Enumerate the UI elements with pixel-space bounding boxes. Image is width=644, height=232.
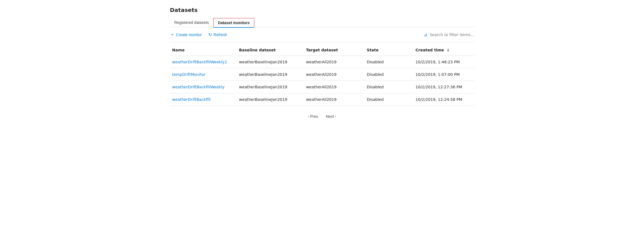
row-created: 10/2/2019, 12:27:36 PM bbox=[413, 81, 474, 93]
row-state: Disabled bbox=[365, 56, 414, 68]
row-name-link[interactable]: weatherDriftBackfillWeekly bbox=[172, 85, 225, 89]
next-button[interactable]: Next › bbox=[323, 113, 339, 120]
search-area: ⊿ Search to filter items... bbox=[424, 32, 474, 37]
table-row: weatherDriftBackfillweatherBaselineJan20… bbox=[170, 93, 474, 106]
tab-registered-datasets[interactable]: Registered datasets bbox=[170, 18, 214, 27]
row-name-link[interactable]: tempDriftMonitor bbox=[172, 72, 206, 77]
row-baseline: weatherBaselineJan2019 bbox=[237, 68, 304, 81]
col-created-label: Created time bbox=[415, 48, 444, 52]
row-baseline: weatherBaselineJan2019 bbox=[237, 81, 304, 93]
refresh-label: Refresh bbox=[214, 33, 227, 37]
next-label: Next bbox=[326, 114, 334, 119]
row-target: weatherAll2019 bbox=[304, 81, 364, 93]
plus-icon: ＋ bbox=[170, 32, 174, 38]
refresh-button[interactable]: ↻ Refresh bbox=[208, 31, 227, 38]
col-header-name: Name bbox=[170, 44, 237, 56]
tab-bar: Registered datasets Dataset monitors bbox=[170, 18, 474, 27]
filter-icon: ⊿ bbox=[424, 32, 427, 37]
row-state: Disabled bbox=[365, 93, 414, 106]
row-baseline: weatherBaselineJan2019 bbox=[237, 56, 304, 68]
create-monitor-label: Create monitor bbox=[176, 33, 202, 37]
col-header-target: Target dataset bbox=[304, 44, 364, 56]
row-created: 10/2/2019, 1:07:00 PM bbox=[413, 68, 474, 81]
row-state: Disabled bbox=[365, 81, 414, 93]
table-row: weatherDriftBackfillWeekly2weatherBaseli… bbox=[170, 56, 474, 68]
table-row: tempDriftMonitorweatherBaselineJan2019we… bbox=[170, 68, 474, 81]
table-row: weatherDriftBackfillWeeklyweatherBaselin… bbox=[170, 81, 474, 93]
sort-desc-icon: ↓ bbox=[447, 48, 450, 52]
refresh-icon: ↻ bbox=[208, 32, 212, 37]
row-target: weatherAll2019 bbox=[304, 93, 364, 106]
row-target: weatherAll2019 bbox=[304, 68, 364, 81]
datasets-table: Name Baseline dataset Target dataset Sta… bbox=[170, 44, 474, 106]
col-header-created[interactable]: Created time ↓ bbox=[413, 44, 474, 56]
row-state: Disabled bbox=[365, 68, 414, 81]
row-target: weatherAll2019 bbox=[304, 56, 364, 68]
pagination: ‹ Prev Next › bbox=[170, 113, 474, 120]
search-placeholder[interactable]: Search to filter items... bbox=[430, 33, 474, 37]
toolbar: ＋ Create monitor ↻ Refresh ⊿ Search to f… bbox=[170, 27, 474, 42]
row-baseline: weatherBaselineJan2019 bbox=[237, 93, 304, 106]
toolbar-left: ＋ Create monitor ↻ Refresh bbox=[170, 31, 227, 39]
row-created: 10/2/2019, 1:48:23 PM bbox=[413, 56, 474, 68]
row-name-link[interactable]: weatherDriftBackfill bbox=[172, 97, 211, 102]
chevron-right-icon: › bbox=[335, 114, 336, 118]
row-name-link[interactable]: weatherDriftBackfillWeekly2 bbox=[172, 60, 227, 64]
row-created: 10/2/2019, 12:24:58 PM bbox=[413, 93, 474, 106]
create-monitor-button[interactable]: ＋ Create monitor bbox=[170, 31, 202, 39]
prev-button[interactable]: ‹ Prev bbox=[305, 113, 321, 120]
page-title: Datasets bbox=[170, 7, 474, 13]
col-header-state: State bbox=[365, 44, 414, 56]
chevron-left-icon: ‹ bbox=[308, 114, 309, 118]
table-header-row: Name Baseline dataset Target dataset Sta… bbox=[170, 44, 474, 56]
col-header-baseline: Baseline dataset bbox=[237, 44, 304, 56]
tab-dataset-monitors[interactable]: Dataset monitors bbox=[213, 18, 254, 27]
prev-label: Prev bbox=[310, 114, 318, 119]
